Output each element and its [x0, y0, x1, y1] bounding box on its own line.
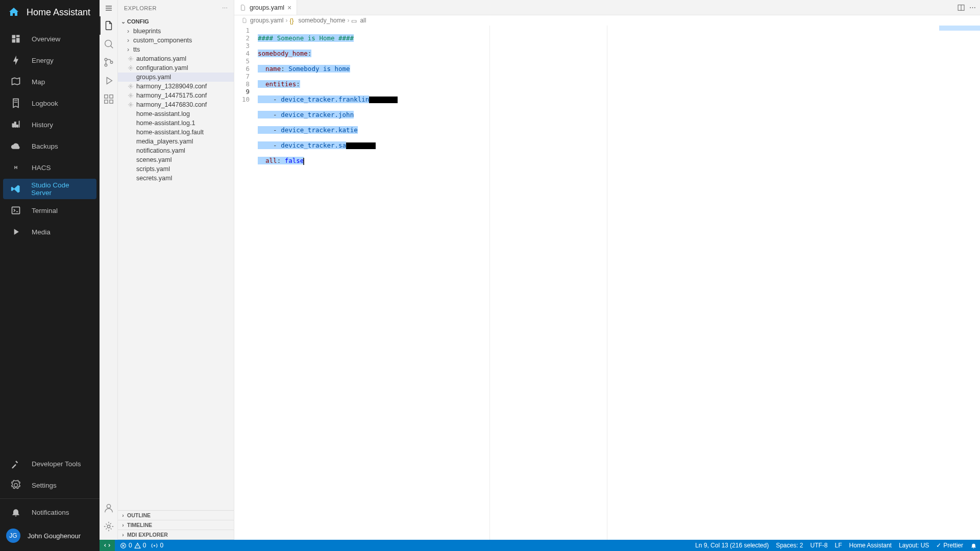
nav-terminal[interactable]: Terminal [3, 200, 96, 221]
activity-extensions[interactable] [100, 90, 118, 108]
activity-account[interactable] [100, 499, 118, 517]
ha-user[interactable]: JG John Goughenour [0, 523, 100, 548]
status-encoding[interactable]: UTF-8 [811, 542, 828, 549]
tree-item[interactable]: home-assistant.log [118, 109, 234, 118]
nav-logbook[interactable]: Logbook [3, 93, 96, 113]
tab-actions: ⋯ [957, 0, 980, 15]
breadcrumb-item[interactable]: all [360, 17, 366, 24]
svg-rect-6 [104, 100, 107, 103]
split-editor-icon[interactable] [957, 4, 965, 12]
ha-title: Home Assistant [27, 7, 90, 18]
outline-section[interactable]: ›OUTLINE [118, 511, 234, 520]
more-icon[interactable]: ⋯ [969, 4, 976, 11]
breadcrumb-item[interactable]: groups.yaml [250, 17, 283, 24]
tree-item-label: configuration.yaml [136, 64, 188, 71]
status-cursor[interactable]: Ln 9, Col 13 (216 selected) [695, 542, 769, 549]
tree-item[interactable]: secrets.yaml [118, 174, 234, 183]
timeline-section[interactable]: ›TIMELINE [118, 520, 234, 530]
gear-icon [127, 101, 134, 108]
redacted-text [346, 142, 376, 149]
nav-label: HACS [32, 164, 51, 172]
status-problems[interactable]: 0 0 [120, 542, 146, 549]
menu-icon[interactable] [105, 4, 113, 12]
tree-item-label: secrets.yaml [136, 175, 172, 182]
tree-item[interactable]: home-assistant.log.fault [118, 128, 234, 137]
remote-indicator[interactable] [100, 540, 115, 551]
close-icon[interactable]: × [287, 4, 291, 12]
tree-item[interactable]: ›blueprints [118, 27, 234, 36]
nav-media[interactable]: Media [3, 222, 96, 242]
tree-item[interactable]: ›tts [118, 45, 234, 54]
tree-item-label: custom_components [133, 37, 192, 44]
nav-map[interactable]: Map [3, 71, 96, 92]
explorer-more-icon[interactable]: ⋯ [222, 5, 228, 12]
activity-search[interactable] [100, 35, 118, 53]
status-spaces[interactable]: Spaces: 2 [776, 542, 803, 549]
chevron-right-icon: › [120, 532, 126, 538]
tree-item-label: harmony_14476830.conf [136, 101, 207, 108]
gear-icon [127, 64, 134, 71]
nav-backups[interactable]: Backups [3, 136, 96, 156]
tree-item[interactable]: groups.yaml [118, 73, 234, 82]
nav-studio-code[interactable]: Studio Code Server [3, 179, 96, 199]
nav-energy[interactable]: Energy [3, 50, 96, 70]
chevron-right-icon: › [120, 522, 126, 528]
section-label: TIMELINE [127, 522, 152, 528]
nav-overview[interactable]: Overview [3, 29, 96, 49]
mdi-explorer-section[interactable]: ›MDI EXPLORER [118, 530, 234, 540]
file-icon [127, 119, 134, 127]
nav-label: Terminal [32, 207, 58, 214]
status-layout[interactable]: Layout: US [899, 542, 929, 549]
svg-rect-8 [109, 95, 112, 98]
file-icon [127, 165, 134, 173]
nav-hacs[interactable]: HHACS [3, 157, 96, 178]
nav-notifications[interactable]: Notifications [3, 502, 96, 522]
tree-item[interactable]: notifications.yaml [118, 146, 234, 155]
activity-settings[interactable] [100, 517, 118, 536]
redacted-text [369, 97, 398, 103]
breadcrumbs[interactable]: groups.yaml › {} somebody_home › ▭ all [234, 15, 980, 26]
user-name: John Goughenour [28, 532, 81, 540]
play-icon [10, 226, 21, 237]
nav-label: Notifications [32, 509, 69, 516]
svg-point-4 [110, 61, 113, 64]
map-icon [10, 76, 21, 87]
nav-settings[interactable]: Settings [3, 475, 96, 495]
status-prettier[interactable]: ✓Prettier [936, 542, 963, 549]
chevron-right-icon: › [285, 17, 287, 24]
tree-item[interactable]: scenes.yaml [118, 155, 234, 164]
editor-tab[interactable]: groups.yaml × [234, 0, 297, 15]
nav-label: Backups [32, 142, 58, 150]
minimap[interactable] [934, 26, 980, 540]
tree-item[interactable]: harmony_14475175.conf [118, 91, 234, 100]
tree-item[interactable]: automations.yaml [118, 54, 234, 63]
activity-debug[interactable] [100, 71, 118, 90]
tree-item[interactable]: harmony_13289049.conf [118, 82, 234, 91]
tree-item[interactable]: scripts.yaml [118, 164, 234, 174]
nav-history[interactable]: History [3, 114, 96, 135]
code-area[interactable]: 12345678910 #### Someone is Home #### so… [234, 26, 980, 540]
status-bell[interactable] [970, 542, 977, 549]
svg-point-2 [105, 58, 107, 61]
code-text: Somebody is home [288, 65, 350, 73]
code-text: somebody_home [258, 50, 308, 57]
explorer-header: EXPLORER ⋯ [118, 0, 234, 16]
book-icon [10, 98, 21, 109]
tree-item[interactable]: media_players.yaml [118, 137, 234, 146]
tree-item[interactable]: harmony_14476830.conf [118, 100, 234, 109]
tree-root[interactable]: ⌄CONFIG [118, 16, 234, 27]
activity-scm[interactable] [100, 53, 118, 71]
status-ports[interactable]: 0 [151, 542, 163, 549]
status-language[interactable]: Home Assistant [849, 542, 892, 549]
tree-item[interactable]: ›custom_components [118, 36, 234, 45]
section-label: OUTLINE [127, 512, 151, 518]
breadcrumb-item[interactable]: somebody_home [298, 17, 345, 24]
tree-item[interactable]: home-assistant.log.1 [118, 118, 234, 128]
tab-bar: groups.yaml × ⋯ [234, 0, 980, 15]
nav-devtools[interactable]: Developer Tools [3, 453, 96, 474]
tree-item[interactable]: configuration.yaml [118, 63, 234, 73]
code-text: #### Someone is Home #### [258, 34, 354, 42]
code-content[interactable]: #### Someone is Home #### somebody_home:… [258, 26, 980, 540]
status-eol[interactable]: LF [835, 542, 842, 549]
activity-explorer[interactable] [100, 16, 118, 35]
